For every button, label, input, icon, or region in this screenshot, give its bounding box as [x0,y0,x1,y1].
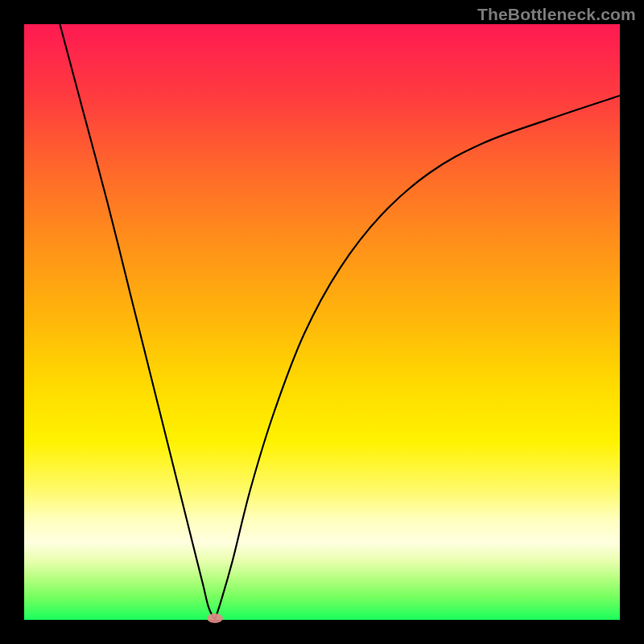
chart-frame: TheBottleneck.com [0,0,644,644]
curve-right-branch [215,96,620,620]
watermark-text: TheBottleneck.com [477,5,636,24]
plot-area [24,24,620,620]
curve-left-branch [60,24,214,620]
bottleneck-curve [24,24,620,620]
min-marker [207,613,223,623]
